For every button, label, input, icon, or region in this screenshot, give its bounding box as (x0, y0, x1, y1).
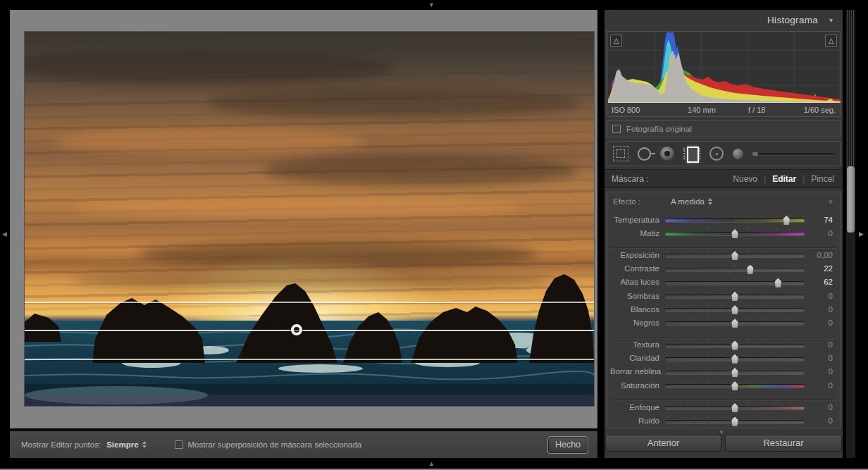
select-arrows-icon[interactable] (142, 441, 147, 448)
bottom-toolbar: Mostrar Editar puntos: Siempre Mostrar s… (10, 431, 597, 458)
histogram-plot[interactable]: △ △ (608, 32, 839, 103)
collapse-left-panel-icon[interactable]: ◀ (2, 231, 8, 237)
reset-button[interactable]: Restaurar (725, 435, 842, 452)
red-eye-tool-icon[interactable] (660, 147, 674, 161)
shadow-clipping-indicator[interactable]: △ (610, 35, 622, 47)
slider-value[interactable]: 0 (805, 367, 833, 376)
slider-track[interactable] (665, 304, 805, 314)
histogram-box: △ △ ISO 800 140 mm f / 18 1/60 seg. (607, 31, 841, 117)
slider-track[interactable] (665, 215, 805, 224)
slider-group-divider (612, 330, 836, 338)
original-photo-row: Fotografía original (607, 120, 841, 137)
right-panel: Histograma ▼ (604, 10, 843, 458)
graduated-filter-tool-icon[interactable] (683, 145, 700, 162)
mask-brush-button[interactable]: Pincel (811, 174, 834, 184)
focal-length-value: 140 mm (688, 106, 748, 114)
slider-row: Exposición0,00 (607, 248, 840, 261)
slider-label: Sombras (610, 292, 665, 300)
mask-row: Máscara : Nuevo | Editar | Pincel (604, 169, 843, 188)
aperture-value: f / 18 (748, 106, 795, 114)
slider-track[interactable] (665, 278, 805, 287)
slider-track[interactable] (665, 340, 805, 350)
slider-value[interactable]: 62 (805, 278, 833, 286)
histogram-collapse-icon[interactable]: ▼ (828, 17, 834, 24)
adjustment-brush-tool-icon[interactable] (733, 149, 743, 159)
slider-track[interactable] (665, 250, 805, 259)
crop-tool-icon[interactable] (613, 146, 628, 161)
collapse-top-panel-icon[interactable]: ▼ (428, 2, 435, 8)
radial-filter-tool-icon[interactable] (709, 147, 724, 161)
scrollbar-thumb[interactable] (847, 166, 855, 233)
graduated-filter-center-line[interactable] (25, 330, 594, 331)
panel-scrollbar[interactable] (846, 10, 855, 458)
slider-group-divider (612, 392, 836, 400)
slider-label: Claridad (610, 354, 665, 362)
photo-canvas (10, 10, 597, 428)
graduated-filter-pin[interactable] (291, 324, 302, 335)
effect-panel: Efecto : A medida ▼ Temperatura74Matiz0E… (607, 192, 841, 428)
slider-group-divider (612, 240, 836, 248)
shutter-value: 1/60 seg. (795, 106, 836, 114)
slider-track[interactable] (665, 381, 805, 390)
histogram-panel-header[interactable]: Histograma ▼ (604, 10, 843, 30)
original-photo-checkbox[interactable] (612, 125, 621, 133)
mask-edit-button[interactable]: Editar (772, 174, 796, 184)
slider-track[interactable] (665, 264, 805, 273)
show-edit-points-label: Mostrar Editar puntos: (21, 440, 101, 449)
slider-row: Matiz0 (607, 226, 840, 240)
slider-value[interactable]: 0 (805, 340, 833, 349)
slider-track[interactable] (665, 416, 805, 426)
panel-footer: Anterior Restaurar (604, 435, 843, 452)
slider-track[interactable] (665, 402, 805, 412)
previous-button[interactable]: Anterior (605, 435, 721, 452)
slider-value[interactable]: 0,00 (805, 251, 833, 259)
slider-value[interactable]: 0 (805, 416, 833, 425)
mask-label: Máscara : (612, 174, 726, 184)
effect-label: Efecto : (613, 197, 671, 206)
slider-track[interactable] (665, 291, 805, 300)
slider-value[interactable]: 0 (805, 381, 833, 390)
effect-select[interactable]: A medida (671, 197, 705, 206)
slider-track[interactable] (665, 228, 805, 237)
slider-row: Temperatura74 (607, 213, 840, 226)
effect-select-arrows-icon[interactable] (708, 198, 712, 205)
slider-value[interactable]: 0 (805, 403, 833, 412)
slider-track[interactable] (665, 354, 805, 363)
slider-track[interactable] (665, 318, 805, 327)
slider-value[interactable]: 0 (805, 229, 833, 237)
slider-value[interactable]: 22 (805, 264, 833, 273)
slider-label: Temperatura (610, 216, 665, 224)
lightroom-develop-window: ▼ ▲ ◀ ▶ (0, 0, 868, 470)
slider-label: Altas luces (610, 278, 665, 286)
separator: | (802, 174, 805, 184)
show-edit-points-select[interactable]: Siempre (106, 440, 138, 449)
graduated-filter-bottom-line[interactable] (25, 359, 594, 360)
collapse-bottom-panel-icon[interactable]: ▲ (428, 461, 435, 467)
slider-value[interactable]: 0 (805, 305, 833, 314)
slider-row: Negros0 (607, 316, 840, 329)
spot-removal-tool-icon[interactable] (638, 147, 651, 161)
highlight-clipping-indicator[interactable]: △ (825, 35, 837, 47)
photo-sea-and-rocks (25, 32, 594, 406)
photo[interactable] (25, 32, 594, 406)
effect-collapse-icon[interactable]: ▼ (827, 198, 834, 206)
slider-track[interactable] (665, 367, 805, 376)
scrollbar-ribs (847, 10, 855, 166)
slider-list: Temperatura74Matiz0Exposición0,00Contras… (607, 211, 840, 428)
slider-row: Contraste22 (607, 262, 840, 276)
graduated-filter-top-line[interactable] (25, 302, 594, 303)
slider-row: Borrar neblina0 (607, 365, 840, 378)
slider-label: Matiz (610, 229, 665, 237)
slider-label: Ruido (610, 416, 665, 425)
brush-size-slider[interactable] (752, 153, 834, 155)
mask-new-button[interactable]: Nuevo (733, 174, 757, 184)
collapse-right-panel-icon[interactable]: ▶ (859, 231, 864, 237)
slider-value[interactable]: 0 (805, 319, 833, 327)
show-mask-overlay-checkbox[interactable] (175, 440, 183, 449)
slider-value[interactable]: 0 (805, 292, 833, 300)
slider-label: Textura (610, 340, 665, 349)
slider-label: Exposición (610, 251, 665, 259)
done-button[interactable]: Hecho (548, 437, 588, 453)
slider-value[interactable]: 0 (805, 354, 833, 362)
slider-value[interactable]: 74 (805, 216, 833, 224)
